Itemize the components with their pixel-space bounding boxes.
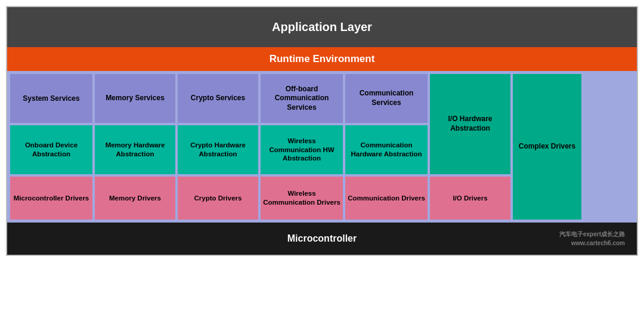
microcontroller-label: Microcontroller xyxy=(287,233,357,243)
microcontroller-drivers-cell: Microcontroller Drivers xyxy=(10,177,92,220)
wireless-comm-drivers-cell: Wireless Communication Drivers xyxy=(261,177,343,220)
microcontroller-bar: Microcontroller 汽车电子expert成长之路 www.carte… xyxy=(7,223,637,255)
memory-hw-abstraction-cell: Memory Hardware Abstraction xyxy=(95,125,175,174)
crypto-services-cell: Crypto Services xyxy=(178,74,258,123)
architecture-grid: System Services Onboard Device Abstracti… xyxy=(7,71,637,223)
memory-drivers-cell: Memory Drivers xyxy=(95,177,175,220)
comm-drivers-cell: Communication Drivers xyxy=(345,177,428,220)
crypto-drivers-cell: Crypto Drivers xyxy=(178,177,258,220)
system-services-container: System Services Onboard Device Abstracti… xyxy=(10,74,92,220)
io-column: I/O Hardware Abstraction I/O Drivers xyxy=(430,74,510,220)
comm-services-cell: Communication Services xyxy=(345,74,428,123)
offboard-comm-services-cell: Off-board Communication Services xyxy=(261,74,343,123)
runtime-env-bar: Runtime Environment xyxy=(7,47,637,71)
crypto-column: Crypto Services Crypto Hardware Abstract… xyxy=(178,74,258,220)
app-layer-bar: Application Layer xyxy=(7,7,637,47)
offboard-column: Off-board Communication Services Wireles… xyxy=(261,74,343,220)
io-hw-abstraction-cell: I/O Hardware Abstraction xyxy=(430,74,510,174)
memory-services-cell: Memory Services xyxy=(95,74,175,123)
comm-column: Communication Services Communication Har… xyxy=(345,74,428,220)
crypto-hw-abstraction-cell: Crypto Hardware Abstraction xyxy=(178,125,258,174)
memory-column: Memory Services Memory Hardware Abstract… xyxy=(95,74,175,220)
watermark: 汽车电子expert成长之路 www.cartech6.com xyxy=(559,230,625,248)
onboard-device-abstraction-cell: Onboard Device Abstraction xyxy=(10,125,92,174)
wireless-hw-abstraction-cell: Wireless Communication HW Abstraction xyxy=(261,125,343,174)
runtime-env-label: Runtime Environment xyxy=(270,53,375,64)
comm-hw-abstraction-cell: Communication Hardware Abstraction xyxy=(345,125,428,174)
io-drivers-cell: I/O Drivers xyxy=(430,177,510,220)
system-services-cell: System Services xyxy=(10,74,92,123)
complex-drivers-cell: Complex Drivers xyxy=(513,74,581,220)
complex-drivers-column: Complex Drivers xyxy=(513,74,581,220)
app-layer-label: Application Layer xyxy=(272,20,372,33)
